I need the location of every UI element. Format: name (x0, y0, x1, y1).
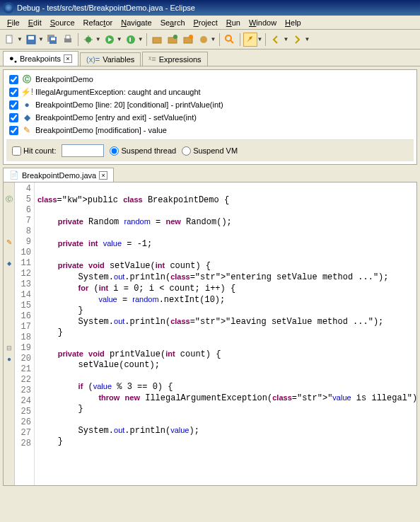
search-button[interactable] (223, 33, 237, 47)
tab-label: Breakpoints (20, 54, 61, 63)
class-load-marker[interactable]: Ⓒ (4, 195, 14, 204)
bp-label: BreakpointDemo (35, 75, 93, 83)
new-class-button[interactable] (181, 33, 195, 47)
suspend-vm-wrap[interactable]: Suspend VM (182, 146, 238, 156)
hitcount-wrap[interactable]: Hit count: (12, 146, 56, 156)
suspend-thread-wrap[interactable]: Suspend thread (110, 146, 176, 156)
menubar: File Edit Source Refactor Navigate Searc… (0, 16, 420, 30)
open-type-button[interactable] (197, 33, 211, 47)
bp-checkbox[interactable] (9, 88, 18, 97)
menu-refactor[interactable]: Refactor (79, 17, 117, 28)
svg-point-20 (226, 35, 231, 41)
tab-label: Variables (103, 55, 134, 64)
run-dropdown[interactable]: ▼ (117, 36, 122, 42)
breakpoint-row[interactable]: ◆ BreakpointDemo [entry and exit] - setV… (6, 111, 414, 124)
save-button[interactable] (24, 33, 38, 47)
bp-label: BreakpointDemo [entry and exit] - setVal… (35, 113, 197, 122)
suspend-thread-radio[interactable] (110, 146, 119, 156)
open-type-dropdown[interactable]: ▼ (211, 36, 216, 42)
close-editor-tab-icon[interactable]: × (99, 171, 107, 180)
menu-project[interactable]: Project (189, 17, 222, 28)
watchpoint-marker[interactable]: ✎ (4, 237, 14, 247)
code-area[interactable]: class="kw">public class BreakpointDemo {… (35, 182, 416, 485)
suspend-thread-label: Suspend thread (121, 146, 176, 155)
breakpoint-row[interactable]: ⚡! IllegalArgumentException: caught and … (6, 86, 414, 98)
debug-dropdown[interactable]: ▼ (95, 36, 101, 42)
hitcount-checkbox[interactable] (12, 146, 21, 156)
editor-tab[interactable]: 📄 BreakpointDemo.java × (3, 168, 114, 182)
bp-label: BreakpointDemo [line: 20] [conditional] … (35, 100, 223, 109)
eclipse-icon (3, 2, 14, 13)
tab-variables[interactable]: (x)= Variables (80, 52, 141, 66)
method-marker[interactable]: ◆ (4, 258, 14, 268)
line-bp-marker[interactable]: ● (4, 354, 14, 364)
breakpoint-row[interactable]: ✎ BreakpointDemo [modification] - value (6, 124, 414, 137)
breakpoint-row[interactable]: ● BreakpointDemo [line: 20] [conditional… (6, 98, 414, 111)
breakpoint-row[interactable]: Ⓒ BreakpointDemo (6, 73, 414, 86)
variables-icon: (x)= (86, 55, 100, 64)
bp-checkbox[interactable] (9, 75, 18, 84)
print-button[interactable] (61, 33, 75, 47)
save-all-button[interactable] (45, 33, 59, 47)
svg-rect-14 (153, 37, 161, 43)
close-tab-icon[interactable]: × (64, 54, 72, 63)
breakpoints-icon: ●● (9, 54, 17, 64)
new-dropdown[interactable]: ▼ (17, 36, 23, 42)
svg-point-18 (189, 35, 193, 39)
new-button[interactable] (3, 33, 17, 47)
run-button[interactable] (103, 33, 117, 47)
menu-source[interactable]: Source (46, 17, 79, 28)
breakpoint-controls: Hit count: Suspend thread Suspend VM (6, 139, 414, 161)
editor-section: 📄 BreakpointDemo.java × Ⓒ ✎ ◆ ⊟ ● 456789… (3, 168, 417, 486)
method-breakpoint-icon: ◆ (21, 112, 33, 123)
forward-button[interactable] (290, 33, 304, 47)
suspend-vm-radio[interactable] (182, 146, 191, 156)
toggle-mark-button[interactable] (243, 33, 257, 47)
back-button[interactable] (269, 33, 283, 47)
new-package2-button[interactable] (165, 33, 180, 47)
menu-file[interactable]: File (3, 17, 24, 28)
editor-tab-bar: 📄 BreakpointDemo.java × (3, 168, 417, 182)
menu-edit[interactable]: Edit (24, 17, 46, 28)
tab-breakpoints[interactable]: ●● Breakpoints × (3, 51, 78, 66)
tab-expressions[interactable]: ᵡ≡ Expressions (142, 52, 207, 66)
run-last-button[interactable] (124, 33, 138, 47)
bp-checkbox[interactable] (9, 100, 18, 110)
svg-rect-5 (51, 37, 55, 40)
editor: Ⓒ ✎ ◆ ⊟ ● 456789101112131415161718192021… (3, 182, 417, 486)
svg-point-16 (173, 35, 177, 39)
line-gutter[interactable]: 4567891011121314151617181920212223242526… (15, 182, 35, 485)
hitcount-input[interactable] (62, 144, 104, 157)
bp-checkbox[interactable] (9, 113, 18, 122)
bp-checkbox[interactable] (9, 126, 18, 135)
watchpoint-icon: ✎ (21, 124, 33, 136)
save-dropdown[interactable]: ▼ (38, 36, 44, 42)
menu-window[interactable]: Window (245, 17, 281, 28)
debug-button[interactable] (81, 33, 95, 47)
menu-run[interactable]: Run (222, 17, 245, 28)
breakpoints-panel: Ⓒ BreakpointDemo ⚡! IllegalArgumentExcep… (3, 69, 417, 165)
menu-navigate[interactable]: Navigate (117, 17, 156, 28)
run-last-dropdown[interactable]: ▼ (138, 36, 144, 42)
java-file-icon: 📄 (9, 170, 19, 180)
editor-ruler[interactable]: Ⓒ ✎ ◆ ⊟ ● (4, 182, 15, 485)
class-breakpoint-icon: Ⓒ (21, 74, 33, 85)
editor-tab-label: BreakpointDemo.java (22, 171, 96, 180)
svg-point-19 (200, 36, 207, 43)
tab-label: Expressions (159, 55, 202, 64)
menu-search[interactable]: Search (156, 17, 189, 28)
svg-rect-7 (66, 35, 70, 39)
menu-help[interactable]: Help (281, 17, 305, 28)
bp-label: IllegalArgumentException: caught and unc… (35, 88, 201, 96)
fold-marker[interactable]: ⊟ (4, 343, 14, 353)
hitcount-label: Hit count: (23, 146, 56, 155)
main-toolbar: ▼ ▼ ▼ ▼ ▼ ▼ ▼ ▼ ▼ (0, 30, 420, 50)
new-package-button[interactable] (150, 33, 164, 47)
svg-rect-0 (6, 35, 12, 43)
suspend-vm-label: Suspend VM (193, 146, 238, 155)
bp-label: BreakpointDemo [modification] - value (35, 126, 167, 134)
mark-dropdown[interactable]: ▼ (257, 36, 263, 42)
window-title: Debug - test/src/test/BreakpointDemo.jav… (17, 4, 195, 12)
line-breakpoint-icon: ● (21, 99, 33, 110)
expressions-icon: ᵡ≡ (148, 54, 156, 64)
